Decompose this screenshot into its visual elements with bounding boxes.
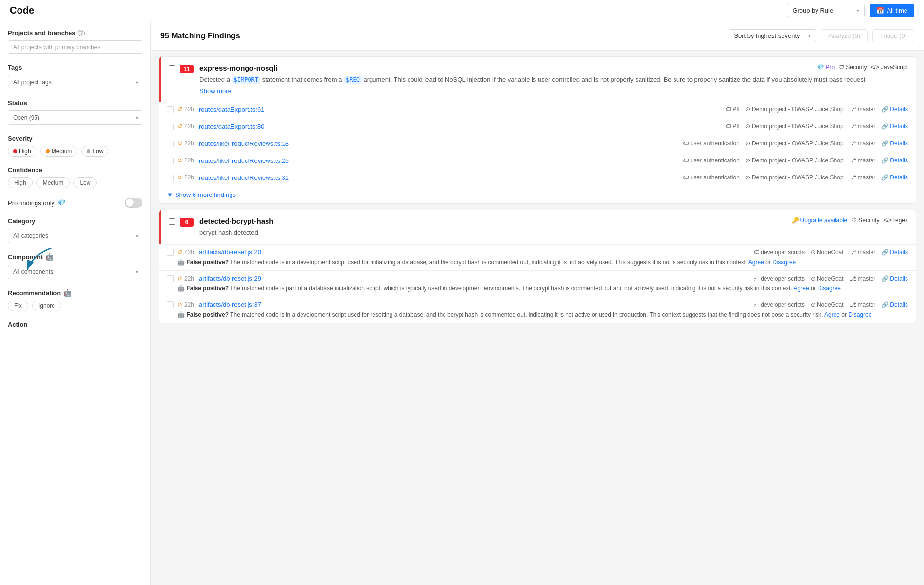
- confidence-section: Confidence High Medium Low: [8, 166, 142, 188]
- branch-tag: ⎇ master: [850, 140, 876, 147]
- status-section: Status Open (95) ▾: [8, 99, 142, 125]
- confidence-medium[interactable]: Medium: [36, 177, 70, 188]
- finding-tag: 🏷 PII: [725, 123, 740, 130]
- details-link[interactable]: 🔗 Details: [881, 140, 908, 147]
- all-time-button[interactable]: 📅 All time: [870, 4, 914, 17]
- action-section: Action: [8, 321, 142, 328]
- details-link[interactable]: 🔗 Details: [881, 249, 908, 256]
- category-select-wrapper[interactable]: All categories ▾: [8, 229, 142, 243]
- details-link[interactable]: 🔗 Details: [881, 157, 908, 164]
- confidence-low[interactable]: Low: [73, 177, 97, 188]
- severity-low[interactable]: Low: [81, 146, 108, 157]
- medium-dot: [46, 149, 50, 153]
- finding-tag: 🏷 developer scripts: [753, 275, 805, 282]
- rule-group-2-checkbox[interactable]: [169, 218, 175, 225]
- finding-checkbox[interactable]: [167, 106, 174, 113]
- rule-count-badge-1: 11: [180, 65, 194, 73]
- agree-link-1[interactable]: Agree: [748, 259, 764, 266]
- lang-tag-1: </> JavaScript: [871, 64, 908, 71]
- details-link[interactable]: 🔗 Details: [881, 174, 908, 181]
- component-select-wrapper[interactable]: All components ▾: [8, 265, 142, 279]
- tags-select-wrapper[interactable]: All project tags ▾: [8, 75, 142, 89]
- severity-title: Severity: [8, 135, 142, 142]
- group-by-select[interactable]: Group by Rule ▾: [787, 4, 865, 17]
- agree-link-2[interactable]: Agree: [794, 285, 809, 292]
- show-more-findings-btn[interactable]: ▼ Show 6 more findings: [167, 191, 236, 198]
- details-link[interactable]: 🔗 Details: [881, 301, 908, 308]
- details-link[interactable]: 🔗 Details: [881, 275, 908, 282]
- category-select[interactable]: All categories: [8, 229, 142, 243]
- finding-path[interactable]: artifacts/db-reset.js:29: [199, 275, 749, 282]
- component-section: Component 🤖 All components ▾: [8, 253, 142, 279]
- branch-icon: ⎇: [850, 301, 856, 308]
- github-icon: ⊙: [746, 140, 750, 147]
- branch-tag: ⎇ master: [850, 174, 876, 181]
- finding-path[interactable]: routes/likeProductReviews.ts:18: [199, 140, 679, 147]
- finding-path[interactable]: routes/likeProductReviews.ts:25: [199, 157, 679, 164]
- status-select[interactable]: Open (95): [8, 111, 142, 124]
- sort-select[interactable]: Sort by highest severity ▾: [729, 29, 816, 42]
- checkbox-cell: [167, 106, 174, 115]
- finding-checkbox[interactable]: [167, 158, 174, 164]
- finding-path[interactable]: routes/likeProductReviews.ts:31: [199, 174, 679, 181]
- finding-path[interactable]: artifacts/db-reset.js:37: [199, 301, 749, 308]
- finding-path[interactable]: routes/dataExport.ts:80: [199, 123, 721, 130]
- finding-meta: 🏷 PII ⊙ Demo project - OWASP Juice Shop …: [725, 106, 908, 113]
- component-select[interactable]: All components: [8, 265, 142, 279]
- analyze-button[interactable]: Analyze (0): [821, 29, 868, 42]
- finding-checkbox[interactable]: [167, 275, 174, 282]
- finding-path[interactable]: artifacts/db-reset.js:20: [199, 248, 749, 256]
- github-icon: ⊙: [811, 275, 816, 282]
- show-more-desc-btn[interactable]: Show more: [199, 88, 231, 95]
- disagree-link-2[interactable]: Disagree: [817, 285, 841, 292]
- finding-path[interactable]: routes/dataExport.ts:61: [199, 106, 721, 113]
- finding-checkbox[interactable]: [167, 301, 174, 308]
- severity-medium[interactable]: Medium: [40, 146, 78, 157]
- branch-icon: ⎇: [850, 174, 856, 181]
- main-layout: Projects and branches ? All projects wit…: [0, 21, 924, 585]
- robot-icon-2: 🤖: [63, 289, 71, 297]
- finding-checkbox[interactable]: [167, 175, 174, 181]
- triage-button[interactable]: Triage (0): [872, 29, 914, 42]
- disagree-link-1[interactable]: Disagree: [772, 259, 796, 266]
- projects-input[interactable]: All projects with primary branches: [8, 40, 142, 54]
- finding-checkbox[interactable]: [167, 141, 174, 147]
- github-icon: ⊙: [811, 249, 816, 256]
- github-icon: ⊙: [811, 301, 816, 308]
- clock-icon: ↺: [178, 140, 182, 147]
- rec-fix[interactable]: Fix: [8, 301, 28, 311]
- finding-row: ↺ 22h routes/likeProductReviews.ts:25 🏷 …: [159, 153, 916, 170]
- tags-select[interactable]: All project tags: [8, 75, 142, 89]
- shield-icon: 🛡: [838, 64, 844, 71]
- link-icon: 🔗: [881, 249, 888, 256]
- rule-group-1-checkbox[interactable]: [169, 65, 175, 71]
- rule-group-1: 11 express-mongo-nosqli Detected a $IMPO…: [159, 56, 916, 204]
- severity-high[interactable]: High: [8, 146, 36, 157]
- agree-link-3[interactable]: Agree: [824, 311, 840, 318]
- main-header: 95 Matching Findings Sort by highest sev…: [151, 21, 924, 51]
- checkbox-cell: [167, 123, 174, 132]
- details-link[interactable]: 🔗 Details: [881, 106, 908, 113]
- confidence-high[interactable]: High: [8, 177, 33, 188]
- pro-findings-toggle[interactable]: [125, 198, 142, 208]
- finding-meta: 🏷 developer scripts ⊙ NodeGoat ⎇ master …: [753, 275, 908, 282]
- action-title: Action: [8, 321, 142, 328]
- github-icon: ⊙: [746, 106, 750, 113]
- status-select-wrapper[interactable]: Open (95) ▾: [8, 110, 142, 125]
- details-link[interactable]: 🔗 Details: [881, 123, 908, 130]
- disagree-link-3[interactable]: Disagree: [848, 311, 871, 318]
- finding-row-ai-top: ↺ 22h artifacts/db-reset.js:37 🏷 develop…: [167, 301, 908, 308]
- bot-icon: 🤖: [178, 285, 185, 292]
- checkbox-cell: [167, 140, 174, 149]
- help-icon[interactable]: ?: [78, 30, 85, 36]
- link-icon: 🔗: [881, 106, 888, 113]
- tags-title: Tags: [8, 64, 142, 71]
- project-tag: ⊙ Demo project - OWASP Juice Shop: [746, 106, 844, 113]
- finding-checkbox[interactable]: [167, 249, 174, 256]
- rec-ignore[interactable]: Ignore: [32, 301, 61, 311]
- project-tag: ⊙ Demo project - OWASP Juice Shop: [746, 140, 844, 147]
- rule-desc-2: bcrypt hash detected: [199, 228, 908, 238]
- finding-row: ↺ 22h routes/dataExport.ts:80 🏷 PII ⊙ De…: [159, 119, 916, 136]
- finding-checkbox[interactable]: [167, 124, 174, 130]
- project-tag: ⊙ Demo project - OWASP Juice Shop: [746, 174, 844, 181]
